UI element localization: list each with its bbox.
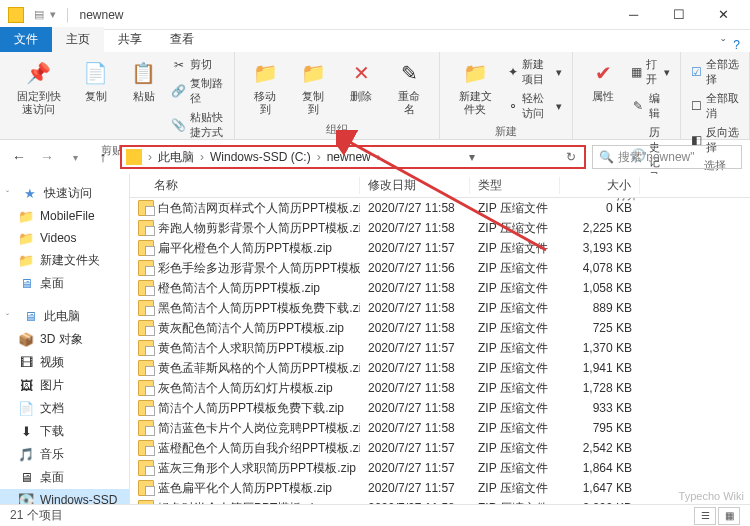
file-row[interactable]: 橙色简洁个人简历PPT模板.zip2020/7/27 11:58ZIP 压缩文件… xyxy=(130,278,750,298)
sidebar-item[interactable]: 🖥桌面 xyxy=(0,272,129,295)
crumb-drive[interactable]: Windows-SSD (C:) xyxy=(206,150,315,164)
chevron-right-icon[interactable]: › xyxy=(375,150,383,164)
zip-file-icon xyxy=(138,280,154,296)
tab-home[interactable]: 主页 xyxy=(52,27,104,52)
up-button[interactable]: ↑ xyxy=(92,146,114,168)
sidebar-item[interactable]: ⬇下载 xyxy=(0,420,129,443)
folder-icon xyxy=(126,149,142,165)
zip-file-icon xyxy=(138,200,154,216)
chevron-right-icon[interactable]: › xyxy=(146,150,154,164)
file-row[interactable]: 黑色简洁个人简历PPT模板免费下载.zip2020/7/27 11:58ZIP … xyxy=(130,298,750,318)
file-row[interactable]: 蓝色扁平化个人简历PPT模板.zip2020/7/27 11:57ZIP 压缩文… xyxy=(130,478,750,498)
file-row[interactable]: 彩色手绘多边形背景个人简历PPT模板.zip2020/7/27 11:56ZIP… xyxy=(130,258,750,278)
file-row[interactable]: 黄色孟菲斯风格的个人简历PPT模板.zip2020/7/27 11:58ZIP … xyxy=(130,358,750,378)
col-size[interactable]: 大小 xyxy=(560,177,640,194)
file-row[interactable]: 绿色时尚个人简历PPT模板.zip2020/7/27 11:58ZIP 压缩文件… xyxy=(130,498,750,504)
newfolder-button[interactable]: 📁新建文件夹 xyxy=(448,56,502,118)
file-row[interactable]: 白色简洁网页样式个人简历PPT模板.zip2020/7/27 11:58ZIP … xyxy=(130,198,750,218)
moveto-button[interactable]: 📁移动到 xyxy=(243,56,287,118)
addressbar: ← → ▾ ↑ › 此电脑 › Windows-SSD (C:) › newne… xyxy=(0,140,750,174)
qat-icon[interactable]: ▤ xyxy=(34,8,44,21)
help-icon[interactable]: ? xyxy=(733,38,740,52)
refresh-icon[interactable]: ↻ xyxy=(562,150,580,164)
easyaccess-button[interactable]: ⚬轻松访问 ▾ xyxy=(506,90,564,122)
sidebar-item-ssd[interactable]: 💽Windows-SSD xyxy=(0,489,129,504)
view-details-button[interactable]: ☰ xyxy=(694,507,716,525)
delete-button[interactable]: ✕删除 xyxy=(339,56,383,105)
file-row[interactable]: 黄色简洁个人求职简历PPT模板.zip2020/7/27 11:57ZIP 压缩… xyxy=(130,338,750,358)
rename-button[interactable]: ✎重命名 xyxy=(387,56,431,118)
sidebar-item[interactable]: 📄文档 xyxy=(0,397,129,420)
pin-quickaccess-button[interactable]: 📌 固定到快速访问 xyxy=(8,56,70,118)
sidebar-item[interactable]: 🎵音乐 xyxy=(0,443,129,466)
sidebar-item[interactable]: 📁Videos xyxy=(0,227,129,249)
copypath-button[interactable]: 🔗复制路径 xyxy=(170,75,227,107)
zip-file-icon xyxy=(138,240,154,256)
newitem-button[interactable]: ✦新建项目 ▾ xyxy=(506,56,564,88)
ribbon-organize-label: 组织 xyxy=(243,120,431,137)
sidebar-quickaccess[interactable]: ˇ★快速访问 xyxy=(0,182,129,205)
file-row[interactable]: 扁平化橙色个人简历PPT模板.zip2020/7/27 11:57ZIP 压缩文… xyxy=(130,238,750,258)
sidebar-item[interactable]: 📦3D 对象 xyxy=(0,328,129,351)
recent-dropdown-icon[interactable]: ▾ xyxy=(64,146,86,168)
close-button[interactable]: ✕ xyxy=(701,0,746,30)
edit-button[interactable]: ✎编辑 xyxy=(629,90,672,122)
tab-share[interactable]: 共享 xyxy=(104,27,156,52)
file-row[interactable]: 简洁蓝色卡片个人岗位竞聘PPT模板.zip2020/7/27 11:58ZIP … xyxy=(130,418,750,438)
maximize-button[interactable]: ☐ xyxy=(656,0,701,30)
cut-button[interactable]: ✂剪切 xyxy=(170,56,227,73)
sidebar-item[interactable]: 🖥桌面 xyxy=(0,466,129,489)
sidebar-item[interactable]: 🖼图片 xyxy=(0,374,129,397)
selectnone-button[interactable]: ☐全部取消 xyxy=(689,90,741,122)
file-row[interactable]: 蓝橙配色个人简历自我介绍PPT模板.zip2020/7/27 11:57ZIP … xyxy=(130,438,750,458)
properties-button[interactable]: ✔属性 xyxy=(581,56,625,105)
file-row[interactable]: 黄灰配色简洁个人简历PPT模板.zip2020/7/27 11:58ZIP 压缩… xyxy=(130,318,750,338)
ribbon-new-label: 新建 xyxy=(448,122,564,139)
open-button[interactable]: ▦打开 ▾ xyxy=(629,56,672,88)
selectall-button[interactable]: ☑全部选择 xyxy=(689,56,741,88)
zip-file-icon xyxy=(138,420,154,436)
search-input[interactable]: 🔍 搜索"newnew" xyxy=(592,145,742,169)
file-row[interactable]: 简洁个人简历PPT模板免费下载.zip2020/7/27 11:58ZIP 压缩… xyxy=(130,398,750,418)
file-row[interactable]: 蓝灰三角形个人求职简历PPT模板.zip2020/7/27 11:57ZIP 压… xyxy=(130,458,750,478)
crumb-folder[interactable]: newnew xyxy=(323,150,375,164)
sidebar-item[interactable]: 📁MobileFile xyxy=(0,205,129,227)
zip-file-icon xyxy=(138,360,154,376)
ribbon-tabs: 文件 主页 共享 查看 ˇ ? xyxy=(0,30,750,52)
copyto-button[interactable]: 📁复制到 xyxy=(291,56,335,118)
path-dropdown-icon[interactable]: ▾ xyxy=(465,150,479,164)
chevron-right-icon[interactable]: › xyxy=(198,150,206,164)
forward-button[interactable]: → xyxy=(36,146,58,168)
file-list: 名称 修改日期 类型 大小 白色简洁网页样式个人简历PPT模板.zip2020/… xyxy=(130,174,750,504)
qat-dropdown-icon[interactable]: ▾ xyxy=(50,8,56,21)
breadcrumb-path[interactable]: › 此电脑 › Windows-SSD (C:) › newnew › ▾ ↻ xyxy=(120,145,586,169)
file-row[interactable]: 灰色简洁个人简历幻灯片模板.zip2020/7/27 11:58ZIP 压缩文件… xyxy=(130,378,750,398)
zip-file-icon xyxy=(138,260,154,276)
tab-view[interactable]: 查看 xyxy=(156,27,208,52)
sidebar-item[interactable]: 🎞视频 xyxy=(0,351,129,374)
pasteshortcut-button[interactable]: 📎粘贴快捷方式 xyxy=(170,109,227,141)
chevron-right-icon[interactable]: › xyxy=(315,150,323,164)
tab-file[interactable]: 文件 xyxy=(0,27,52,52)
zip-file-icon xyxy=(138,380,154,396)
zip-file-icon xyxy=(138,400,154,416)
crumb-thispc[interactable]: 此电脑 xyxy=(154,149,198,166)
zip-file-icon xyxy=(138,500,154,504)
back-button[interactable]: ← xyxy=(8,146,30,168)
sidebar-thispc[interactable]: ˇ🖥此电脑 xyxy=(0,305,129,328)
file-row[interactable]: 奔跑人物剪影背景个人简历PPT模板.zip2020/7/27 11:58ZIP … xyxy=(130,218,750,238)
zip-file-icon xyxy=(138,220,154,236)
copy-button[interactable]: 📄复制 xyxy=(74,56,118,105)
col-type[interactable]: 类型 xyxy=(470,177,560,194)
zip-file-icon xyxy=(138,300,154,316)
window-title: newnew xyxy=(80,8,124,22)
minimize-button[interactable]: ─ xyxy=(611,0,656,30)
sidebar-item[interactable]: 📁新建文件夹 xyxy=(0,249,129,272)
col-date[interactable]: 修改日期 xyxy=(360,177,470,194)
search-icon: 🔍 xyxy=(599,150,614,164)
watermark: Typecho Wiki xyxy=(679,490,744,502)
ribbon-expand-icon[interactable]: ˇ xyxy=(721,38,725,52)
col-name[interactable]: 名称 xyxy=(130,177,360,194)
view-icons-button[interactable]: ▦ xyxy=(718,507,740,525)
paste-button[interactable]: 📋粘贴 xyxy=(122,56,166,105)
